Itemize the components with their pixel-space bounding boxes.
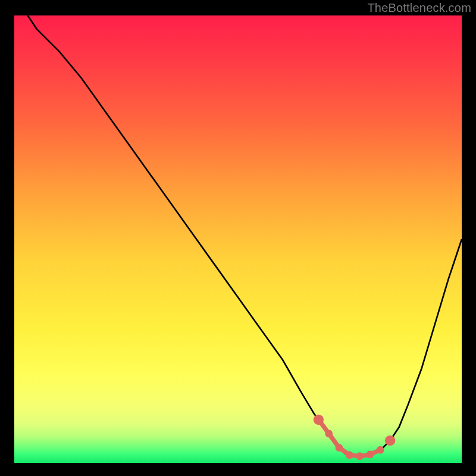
- valley-marker-end: [314, 415, 324, 425]
- valley-markers: [314, 415, 396, 460]
- valley-marker-dot: [377, 446, 384, 454]
- chart-frame: TheBottleneck.com: [0, 0, 476, 476]
- valley-marker-end: [385, 436, 395, 446]
- plot-area: [14, 15, 462, 463]
- chart-svg: [14, 15, 462, 463]
- watermark-text: TheBottleneck.com: [367, 1, 471, 15]
- bottleneck-curve: [28, 15, 462, 456]
